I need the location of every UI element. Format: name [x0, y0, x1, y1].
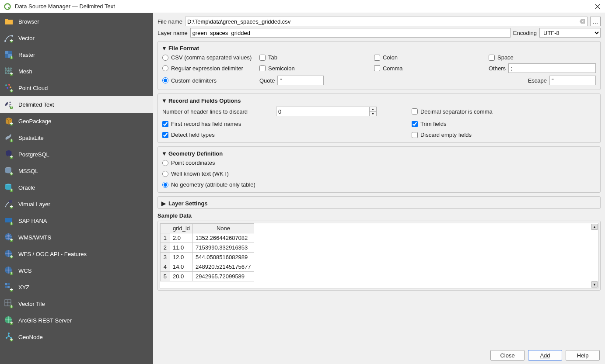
- space-check[interactable]: [489, 55, 495, 61]
- trim-fields-check[interactable]: [412, 121, 418, 127]
- title-bar: Data Source Manager — Delimited Text: [0, 0, 605, 13]
- others-input[interactable]: [508, 63, 596, 73]
- expand-icon: ▼: [161, 45, 166, 52]
- sidebar-item-delimited-text[interactable]: + Delimited Text: [0, 96, 153, 113]
- sidebar-item-geopackage[interactable]: + GeoPackage: [0, 113, 153, 129]
- sample-data-scroll[interactable]: grid_id None 12.01352.266442687082211.07…: [160, 223, 598, 288]
- table-row[interactable]: 414.0248920.52145175677: [160, 262, 254, 272]
- first-record-check[interactable]: [162, 121, 168, 127]
- scroll-down-button[interactable]: ▼: [591, 281, 598, 288]
- svg-rect-49: [7, 283, 10, 285]
- svg-rect-48: [5, 283, 7, 285]
- sidebar-item-wfs[interactable]: + WFS / OGC API - Features: [0, 246, 153, 262]
- no-geometry-label: No geometry (attribute only table): [171, 181, 255, 188]
- sidebar-item-point-cloud[interactable]: + Point Cloud: [0, 80, 153, 96]
- header-discard-input[interactable]: [276, 107, 377, 116]
- table-row[interactable]: 12.01352.266442687082: [160, 233, 254, 243]
- add-button[interactable]: Add: [528, 350, 562, 361]
- sidebar-item-label: Oracle: [18, 184, 35, 191]
- layer-settings-toggle[interactable]: ▶ Layer Settings: [161, 200, 596, 207]
- file-format-group: ▼ File Format CSV (comma separated value…: [157, 41, 601, 90]
- point-coords-label: Point coordinates: [171, 159, 215, 166]
- sap-hana-icon: +: [3, 215, 14, 226]
- discard-empty-check[interactable]: [412, 132, 418, 138]
- wkt-radio[interactable]: [162, 171, 168, 177]
- custom-radio-label: Custom delimiters: [171, 77, 217, 84]
- table-row[interactable]: 520.02942965.72099589: [160, 272, 254, 281]
- sidebar-item-xyz[interactable]: + XYZ: [0, 279, 153, 295]
- sidebar-item-virtual-layer[interactable]: + Virtual Layer: [0, 196, 153, 212]
- folder-icon: [3, 16, 14, 27]
- escape-input[interactable]: [549, 76, 596, 85]
- svg-text:+: +: [10, 37, 13, 43]
- clear-file-icon[interactable]: [579, 18, 586, 25]
- wfs-icon: +: [3, 249, 14, 259]
- csv-radio[interactable]: [162, 55, 168, 61]
- sidebar-item-wms[interactable]: + WMS/WMTS: [0, 229, 153, 246]
- window-close-button[interactable]: [594, 3, 602, 10]
- semicolon-check[interactable]: [259, 65, 266, 71]
- browse-file-button[interactable]: …: [590, 17, 601, 26]
- decimal-comma-check[interactable]: [412, 108, 418, 114]
- geometry-title: Geometry Definition: [168, 150, 223, 157]
- spin-up-button[interactable]: ▲: [369, 107, 376, 112]
- scroll-up-button[interactable]: ▲: [591, 224, 598, 230]
- no-geometry-radio[interactable]: [162, 182, 168, 188]
- point-cloud-icon: +: [3, 83, 14, 93]
- detect-types-check[interactable]: [162, 132, 168, 138]
- sidebar-item-label: Raster: [18, 52, 35, 58]
- wkt-label: Well known text (WKT): [171, 170, 229, 177]
- col-header[interactable]: grid_id: [170, 224, 192, 233]
- record-fields-toggle[interactable]: ▼ Record and Fields Options: [161, 97, 596, 104]
- col-header[interactable]: None: [193, 224, 254, 233]
- layer-name-input[interactable]: [190, 28, 511, 38]
- point-coords-radio[interactable]: [162, 160, 168, 166]
- sidebar-item-mesh[interactable]: + Mesh: [0, 63, 153, 80]
- escape-label: Escape: [528, 77, 547, 84]
- table-cell: 11.0: [170, 243, 192, 253]
- table-row[interactable]: 211.07153990.332916353: [160, 243, 254, 253]
- sidebar-item-label: SpatiaLite: [18, 135, 44, 141]
- svg-point-14: [7, 87, 8, 89]
- sidebar-item-browser[interactable]: Browser: [0, 13, 153, 30]
- geometry-toggle[interactable]: ▼ Geometry Definition: [161, 150, 596, 157]
- geopackage-icon: +: [3, 116, 14, 126]
- sidebar-item-vector[interactable]: + Vector: [0, 30, 153, 46]
- sidebar-item-oracle[interactable]: + Oracle: [0, 179, 153, 196]
- sidebar-item-sap-hana[interactable]: + SAP HANA: [0, 212, 153, 229]
- table-row[interactable]: 312.0544.0508516082989: [160, 253, 254, 262]
- sidebar-item-raster[interactable]: + Raster: [0, 46, 153, 63]
- spin-down-button[interactable]: ▼: [369, 112, 376, 116]
- regex-radio[interactable]: [162, 65, 168, 71]
- tab-check[interactable]: [259, 55, 266, 61]
- quote-input[interactable]: [277, 76, 324, 85]
- sidebar-item-wcs[interactable]: + WCS: [0, 262, 153, 279]
- file-name-input[interactable]: [185, 17, 588, 26]
- sidebar-item-geonode[interactable]: + GeoNode: [0, 329, 153, 345]
- sidebar-item-postgresql[interactable]: + PostgreSQL: [0, 146, 153, 163]
- oracle-icon: +: [3, 182, 14, 193]
- svg-text:+: +: [10, 104, 13, 109]
- arcgis-icon: +: [3, 315, 14, 326]
- sidebar-item-label: GeoPackage: [18, 118, 51, 125]
- sidebar-item-vector-tile[interactable]: + Vector Tile: [0, 295, 153, 312]
- sidebar-item-spatialite[interactable]: + SpatiaLite: [0, 129, 153, 146]
- file-format-toggle[interactable]: ▼ File Format: [161, 45, 596, 52]
- layer-settings-group: ▶ Layer Settings: [157, 196, 601, 209]
- sidebar-item-arcgis-rest[interactable]: + ArcGIS REST Server: [0, 312, 153, 329]
- encoding-select[interactable]: UTF-8: [539, 28, 601, 38]
- comma-check[interactable]: [374, 65, 380, 71]
- vector-tile-icon: +: [3, 298, 14, 309]
- table-cell: 1352.266442687082: [193, 233, 254, 243]
- svg-text:+: +: [10, 303, 13, 309]
- sidebar-item-mssql[interactable]: + MSSQL: [0, 163, 153, 179]
- mssql-icon: +: [3, 166, 14, 176]
- colon-check[interactable]: [374, 55, 380, 61]
- close-button[interactable]: Close: [490, 350, 525, 361]
- custom-radio[interactable]: [162, 77, 168, 83]
- sample-data-panel: grid_id None 12.01352.266442687082211.07…: [157, 221, 601, 291]
- help-button[interactable]: Help: [566, 350, 600, 361]
- svg-text:+: +: [10, 253, 13, 259]
- window-title: Data Source Manager — Delimited Text: [15, 3, 594, 10]
- svg-point-60: [8, 333, 10, 334]
